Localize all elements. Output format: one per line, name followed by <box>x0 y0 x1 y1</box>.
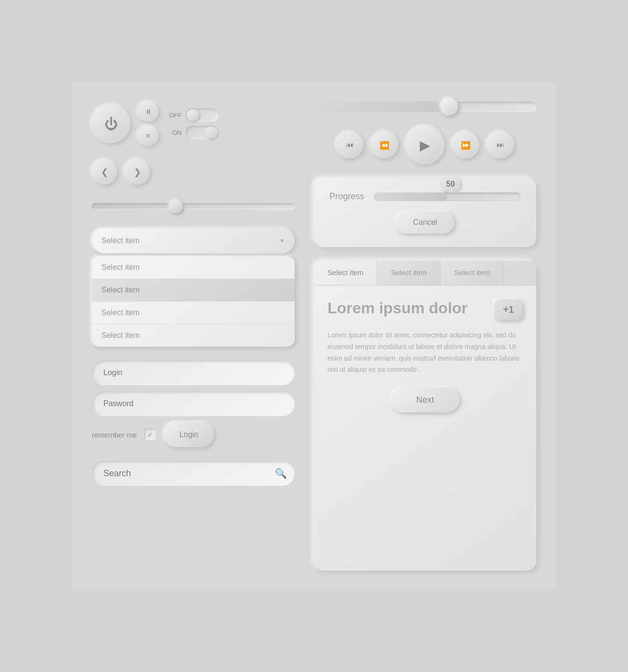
horizontal-slider-container <box>92 198 295 215</box>
controls-row-1: ⏻ ⏸ ✕ OFF ON <box>92 102 295 146</box>
toggle-on-row: ON <box>166 126 218 139</box>
skip-back-icon: ⏮ <box>346 141 354 149</box>
skip-forward-button[interactable]: ⏭ <box>487 131 514 159</box>
dropdown-item-3[interactable]: Select item <box>92 324 295 347</box>
tab-content: Lorem ipsum dolor +1 Lorem ipsum dolor s… <box>314 286 536 424</box>
plus-one-badge: +1 <box>494 299 523 320</box>
top-slider-track[interactable] <box>314 102 536 112</box>
skip-back-button[interactable]: ⏮ <box>336 131 363 159</box>
toggle-off-thumb <box>186 109 199 121</box>
tab-title: Lorem ipsum dolor <box>328 299 468 317</box>
toggle-on-thumb <box>205 127 217 138</box>
left-arrow-icon: ❮ <box>101 167 108 177</box>
login-form: remember me ✓ Login <box>92 360 295 447</box>
cancel-button[interactable]: Cancel <box>396 211 455 234</box>
progress-track[interactable]: 50 <box>374 192 521 201</box>
login-row: remember me ✓ Login <box>92 422 295 447</box>
rewind-button[interactable]: ⏪ <box>371 131 398 159</box>
slider-thumb[interactable] <box>169 200 183 213</box>
pause-icon: ⏸ <box>145 108 152 116</box>
tab-item-0[interactable]: Select item <box>314 261 377 285</box>
progress-card: Progress 50 Cancel <box>314 178 536 247</box>
progress-header: Progress 50 <box>329 191 521 202</box>
dropdown-item-2[interactable]: Select item <box>92 302 295 324</box>
dropdown-arrow-icon: ▼ <box>279 237 285 244</box>
pause-button[interactable]: ⏸ <box>138 102 158 122</box>
right-arrow-icon: ❯ <box>134 167 141 177</box>
play-button[interactable]: ▶ <box>406 126 444 164</box>
tab-title-row: Lorem ipsum dolor +1 <box>328 299 523 320</box>
toggle-on-track[interactable] <box>186 126 218 139</box>
power-icon: ⏻ <box>104 116 118 132</box>
media-controls: ⏮ ⏪ ▶ ⏩ ⏭ <box>314 126 536 164</box>
search-input[interactable] <box>103 468 270 479</box>
toggle-on-label: ON <box>166 129 182 136</box>
tab-item-2[interactable]: Select item <box>441 261 504 285</box>
fast-forward-button[interactable]: ⏩ <box>452 131 479 159</box>
toggle-group: OFF ON <box>166 108 218 139</box>
remember-label: remember me <box>92 431 137 439</box>
rewind-icon: ⏪ <box>380 141 389 150</box>
play-icon: ▶ <box>420 137 430 153</box>
tab-body-text: Lorem ipsum dolor sit amet, consectetur … <box>328 330 523 376</box>
login-button[interactable]: Login <box>164 422 214 447</box>
skip-forward-icon: ⏭ <box>497 141 504 149</box>
dropdown-container: Select item ▼ Select item Select item Se… <box>92 228 295 347</box>
main-canvas: ⏻ ⏸ ✕ OFF ON <box>72 82 556 590</box>
password-input[interactable] <box>92 391 295 416</box>
tab-header: Select item Select item Select item <box>314 261 536 286</box>
login-input[interactable] <box>92 360 295 385</box>
next-button[interactable]: Next <box>391 387 459 412</box>
controls-row-2: ❮ ❯ <box>92 160 295 185</box>
search-bar: 🔍 <box>92 461 295 486</box>
toggle-off-label: OFF <box>166 112 182 119</box>
pause-close-group: ⏸ ✕ <box>138 102 158 146</box>
toggle-off-track[interactable] <box>186 108 218 122</box>
power-button[interactable]: ⏻ <box>92 104 130 143</box>
dropdown-label: Select item <box>101 236 140 245</box>
search-icon: 🔍 <box>275 467 287 479</box>
progress-badge: 50 <box>442 178 460 190</box>
progress-label: Progress <box>329 191 364 202</box>
right-arrow-button[interactable]: ❯ <box>125 160 150 185</box>
toggle-off-row: OFF <box>166 108 218 122</box>
close-icon: ✕ <box>145 132 151 140</box>
tab-item-1[interactable]: Select item <box>377 261 441 285</box>
dropdown-item-0[interactable]: Select item <box>92 256 295 279</box>
top-slider-thumb[interactable] <box>441 98 458 116</box>
close-button[interactable]: ✕ <box>138 126 158 146</box>
remember-checkbox[interactable]: ✓ <box>144 429 156 440</box>
slider-track[interactable] <box>92 203 295 210</box>
dropdown-select[interactable]: Select item ▼ <box>92 228 295 253</box>
left-arrow-button[interactable]: ❮ <box>92 160 117 185</box>
dropdown-list: Select item Select item Select item Sele… <box>92 256 295 347</box>
top-slider-fill <box>314 102 447 112</box>
left-column: ⏻ ⏸ ✕ OFF ON <box>92 102 295 570</box>
fast-forward-icon: ⏩ <box>461 141 471 150</box>
progress-fill <box>374 192 447 201</box>
dropdown-item-1[interactable]: Select item <box>92 279 295 302</box>
right-column: ⏮ ⏪ ▶ ⏩ ⏭ Progress 50 <box>314 102 536 570</box>
tab-card: Select item Select item Select item Lore… <box>314 261 536 570</box>
